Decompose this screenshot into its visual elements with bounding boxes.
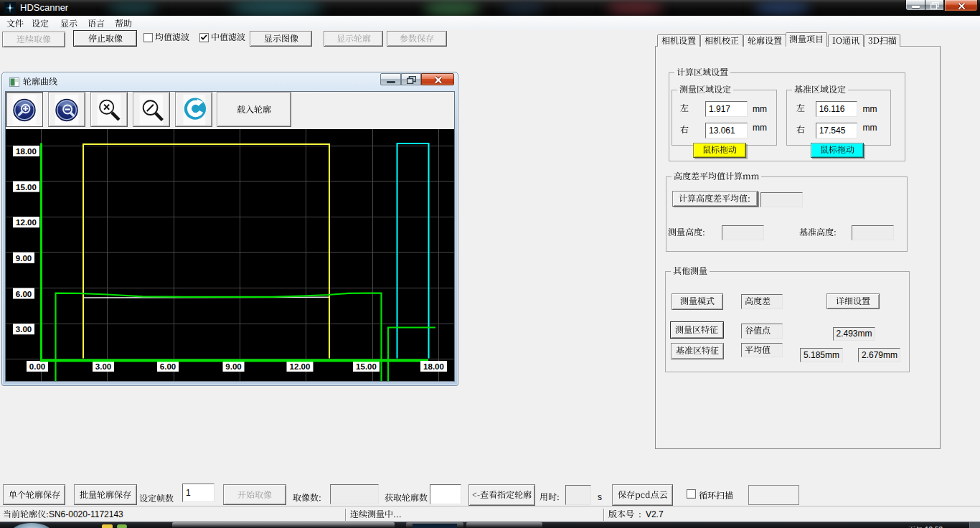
svg-text:6.00: 6.00 xyxy=(16,290,32,298)
svg-text:0.00: 0.00 xyxy=(29,362,45,371)
svg-text:9.00: 9.00 xyxy=(16,254,32,263)
svg-text:3.00: 3.00 xyxy=(95,362,111,371)
svg-text:15.00: 15.00 xyxy=(356,362,377,371)
svg-text:18.00: 18.00 xyxy=(423,362,444,371)
svg-text:18.00: 18.00 xyxy=(16,147,37,156)
svg-text:12.00: 12.00 xyxy=(290,362,311,371)
svg-text:15.00: 15.00 xyxy=(16,183,37,192)
svg-text:12.00: 12.00 xyxy=(16,218,37,227)
svg-text:3.00: 3.00 xyxy=(16,325,32,334)
svg-text:6.00: 6.00 xyxy=(160,362,176,371)
svg-text:9.00: 9.00 xyxy=(225,362,241,371)
